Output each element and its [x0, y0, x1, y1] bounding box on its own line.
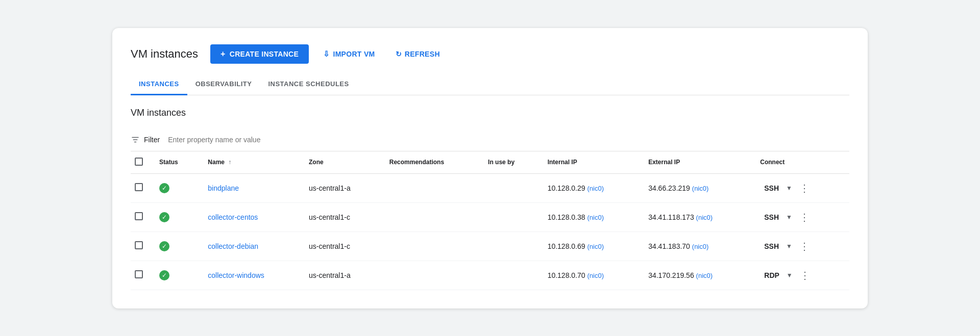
row-connect-cell: SSH ▼ ⋮	[752, 173, 849, 202]
row-in-use-by-cell	[480, 231, 540, 261]
connect-ssh-button[interactable]: RDP	[760, 269, 783, 281]
row-name-cell: bindplane	[200, 173, 301, 202]
row-recommendations-cell	[381, 231, 480, 261]
internal-nic-link[interactable]: (nic0)	[587, 243, 604, 250]
create-instance-button[interactable]: + CREATE INSTANCE	[210, 44, 309, 64]
col-header-connect: Connect	[752, 151, 849, 174]
connect-ssh-button[interactable]: SSH	[760, 211, 783, 223]
status-ok-icon: ✓	[159, 212, 169, 222]
row-status-cell: ✓	[151, 231, 200, 261]
tab-observability[interactable]: OBSERVABILITY	[187, 74, 260, 95]
row-recommendations-cell	[381, 173, 480, 202]
external-nic-link[interactable]: (nic0)	[692, 185, 709, 192]
sort-icon: ↑	[228, 159, 231, 166]
row-external-ip-cell: 34.41.183.70 (nic0)	[640, 231, 752, 261]
row-name-cell: collector-centos	[200, 202, 301, 231]
row-internal-ip-cell: 10.128.0.29 (nic0)	[540, 173, 641, 202]
tab-instances[interactable]: INSTANCES	[131, 74, 187, 95]
row-checkbox-cell	[131, 202, 151, 231]
more-options-button[interactable]: ⋮	[795, 238, 814, 254]
status-ok-icon: ✓	[159, 270, 169, 280]
row-name-cell: collector-windows	[200, 261, 301, 290]
status-ok-icon: ✓	[159, 241, 169, 251]
table-row: ✓ collector-windows us-central1-a 10.128…	[131, 261, 849, 290]
tab-instance-schedules[interactable]: INSTANCE SCHEDULES	[260, 74, 357, 95]
col-header-checkbox	[131, 151, 151, 174]
row-checkbox[interactable]	[135, 270, 143, 278]
row-zone-cell: us-central1-c	[301, 231, 381, 261]
filter-icon	[131, 135, 140, 144]
row-in-use-by-cell	[480, 173, 540, 202]
import-icon: ⇩	[323, 49, 330, 59]
instance-name-link[interactable]: collector-windows	[208, 271, 264, 279]
refresh-button[interactable]: ↻ REFRESH	[389, 45, 446, 63]
instance-name-link[interactable]: collector-centos	[208, 213, 258, 221]
instances-table: Status Name ↑ Zone Recommendations In us…	[131, 151, 849, 290]
table-row: ✓ bindplane us-central1-a 10.128.0.29 (n…	[131, 173, 849, 202]
section-title: VM instances	[131, 108, 849, 118]
filter-input[interactable]	[164, 134, 849, 146]
filter-row: Filter	[131, 128, 849, 151]
row-connect-cell: SSH ▼ ⋮	[752, 202, 849, 231]
row-zone-cell: us-central1-c	[301, 202, 381, 231]
import-vm-button[interactable]: ⇩ IMPORT VM	[317, 44, 381, 64]
row-connect-cell: RDP ▼ ⋮	[752, 261, 849, 290]
table-header-row: Status Name ↑ Zone Recommendations In us…	[131, 151, 849, 174]
row-external-ip-cell: 34.170.219.56 (nic0)	[640, 261, 752, 290]
row-zone-cell: us-central1-a	[301, 261, 381, 290]
table-row: ✓ collector-debian us-central1-c 10.128.…	[131, 231, 849, 261]
instance-name-link[interactable]: collector-debian	[208, 242, 258, 250]
col-header-name[interactable]: Name ↑	[200, 151, 301, 174]
plus-icon: +	[220, 49, 226, 59]
table-row: ✓ collector-centos us-central1-c 10.128.…	[131, 202, 849, 231]
row-recommendations-cell	[381, 202, 480, 231]
external-nic-link[interactable]: (nic0)	[696, 214, 713, 221]
internal-nic-link[interactable]: (nic0)	[587, 272, 604, 279]
row-zone-cell: us-central1-a	[301, 173, 381, 202]
col-header-zone: Zone	[301, 151, 381, 174]
main-card: VM instances + CREATE INSTANCE ⇩ IMPORT …	[112, 28, 868, 308]
page-header: VM instances + CREATE INSTANCE ⇩ IMPORT …	[131, 44, 849, 64]
more-options-button[interactable]: ⋮	[796, 267, 814, 283]
tab-bar: INSTANCES OBSERVABILITY INSTANCE SCHEDUL…	[131, 74, 849, 95]
row-external-ip-cell: 34.41.118.173 (nic0)	[640, 202, 752, 231]
row-checkbox-cell	[131, 231, 151, 261]
connect-dropdown-button[interactable]: ▼	[784, 183, 794, 194]
instance-name-link[interactable]: bindplane	[208, 184, 239, 192]
filter-label: Filter	[144, 136, 160, 144]
row-internal-ip-cell: 10.128.0.70 (nic0)	[540, 261, 641, 290]
connect-dropdown-button[interactable]: ▼	[784, 212, 794, 223]
row-in-use-by-cell	[480, 202, 540, 231]
more-options-button[interactable]: ⋮	[795, 209, 814, 225]
external-nic-link[interactable]: (nic0)	[692, 243, 709, 250]
row-status-cell: ✓	[151, 202, 200, 231]
external-nic-link[interactable]: (nic0)	[696, 272, 713, 279]
col-header-in-use-by: In use by	[480, 151, 540, 174]
refresh-icon: ↻	[396, 50, 402, 58]
select-all-checkbox[interactable]	[135, 158, 143, 166]
connect-dropdown-button[interactable]: ▼	[785, 270, 795, 281]
col-header-recommendations: Recommendations	[381, 151, 480, 174]
connect-dropdown-button[interactable]: ▼	[784, 241, 794, 252]
row-checkbox[interactable]	[135, 212, 143, 220]
row-checkbox[interactable]	[135, 241, 143, 249]
connect-ssh-button[interactable]: SSH	[760, 182, 783, 194]
row-recommendations-cell	[381, 261, 480, 290]
more-options-button[interactable]: ⋮	[795, 180, 814, 196]
row-internal-ip-cell: 10.128.0.38 (nic0)	[540, 202, 641, 231]
row-external-ip-cell: 34.66.23.219 (nic0)	[640, 173, 752, 202]
internal-nic-link[interactable]: (nic0)	[587, 185, 604, 192]
internal-nic-link[interactable]: (nic0)	[587, 214, 604, 221]
row-name-cell: collector-debian	[200, 231, 301, 261]
row-checkbox[interactable]	[135, 183, 143, 191]
status-ok-icon: ✓	[159, 183, 169, 193]
row-status-cell: ✓	[151, 261, 200, 290]
row-checkbox-cell	[131, 261, 151, 290]
col-header-internal-ip: Internal IP	[540, 151, 641, 174]
col-header-status: Status	[151, 151, 200, 174]
row-internal-ip-cell: 10.128.0.69 (nic0)	[540, 231, 641, 261]
connect-ssh-button[interactable]: SSH	[760, 240, 783, 252]
col-header-external-ip: External IP	[640, 151, 752, 174]
row-status-cell: ✓	[151, 173, 200, 202]
row-checkbox-cell	[131, 173, 151, 202]
